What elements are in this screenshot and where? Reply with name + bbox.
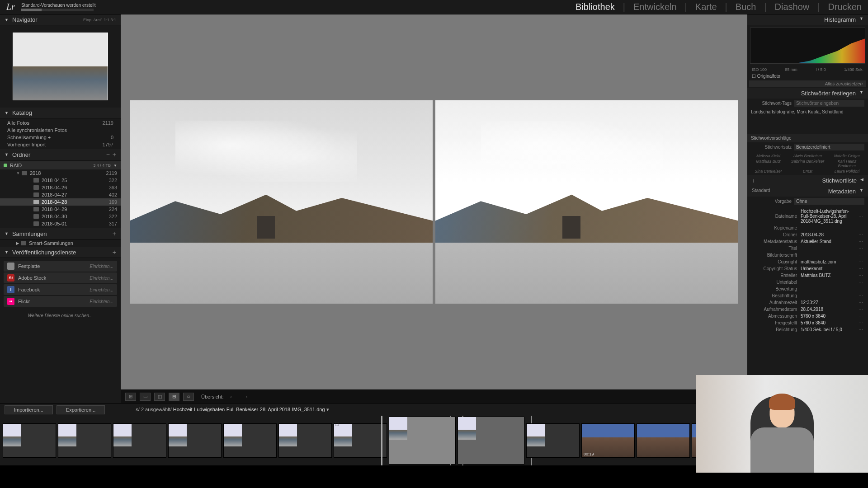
metadata-row[interactable]: Abmessungen5760 x 3840⋯: [747, 313, 868, 319]
metadata-row[interactable]: Belichtung1/400 Sek. bei f / 5,0⋯: [747, 326, 868, 333]
more-icon[interactable]: ⋯: [857, 214, 864, 219]
collections-header[interactable]: ▼ Sammlungen +: [0, 228, 121, 239]
folder-row[interactable]: 2018-04-28169: [0, 198, 121, 206]
navigator-header[interactable]: ▼ Navigator Einp. Ausf. 1:1 3:1: [0, 14, 121, 25]
metadata-row[interactable]: Titel⋯: [747, 245, 868, 252]
metadata-row[interactable]: Unterlabel⋯: [747, 279, 868, 286]
filmstrip-thumb[interactable]: [223, 423, 277, 458]
more-icon[interactable]: ⋯: [857, 266, 864, 271]
histogram-header[interactable]: Histogramm▼: [747, 14, 868, 25]
module-karte[interactable]: Karte: [695, 2, 717, 12]
folder-row[interactable]: 2018-04-27402: [0, 191, 121, 198]
metadata-header[interactable]: Standard Metadaten▼: [747, 186, 868, 197]
compare-image-left[interactable]: [130, 100, 433, 304]
catalog-row[interactable]: Vorheriger Import1797: [0, 141, 121, 148]
module-buch[interactable]: Buch: [736, 2, 756, 12]
module-drucken[interactable]: Drucken: [828, 2, 862, 12]
metadata-row[interactable]: Copyrightmatthiasbutz.com⋯: [747, 258, 868, 265]
module-bibliothek[interactable]: Bibliothek: [576, 2, 615, 12]
navigator-preview[interactable]: [0, 25, 121, 108]
filmstrip-thumb[interactable]: [168, 423, 222, 458]
original-photo-toggle[interactable]: ☐ Originalfoto: [747, 73, 868, 80]
folder-row[interactable]: 2018-05-01317: [0, 220, 121, 227]
publish-service-row[interactable]: StAdobe StockEinrichten...: [4, 272, 117, 283]
compare-image-right[interactable]: [435, 100, 738, 304]
module-diashow[interactable]: Diashow: [775, 2, 810, 12]
metadata-row[interactable]: Freigestellt5760 x 3840⋯: [747, 319, 868, 326]
module-entwickeln[interactable]: Entwickeln: [633, 2, 677, 12]
keyword-suggestion[interactable]: Melissa Kiehl: [751, 154, 786, 158]
folder-row[interactable]: 2018-04-29224: [0, 206, 121, 213]
folder-row[interactable]: 2018-04-26363: [0, 184, 121, 191]
import-button[interactable]: Importieren...: [5, 405, 53, 414]
metadata-row[interactable]: Kopiename⋯: [747, 225, 868, 231]
keywordlist-header[interactable]: + Stichwortliste◀: [747, 175, 868, 186]
metadata-row[interactable]: Aufnahmedatum28.04.2018⋯: [747, 306, 868, 313]
keyword-suggestion[interactable]: Sina Benkeiser: [751, 169, 786, 174]
filmstrip-thumb[interactable]: [389, 417, 456, 465]
plus-icon[interactable]: +: [113, 230, 116, 237]
metadata-row[interactable]: Bildunterschrift⋯: [747, 252, 868, 258]
export-button[interactable]: Exportieren...: [57, 405, 105, 414]
histogram-plot[interactable]: [750, 28, 865, 64]
publish-service-row[interactable]: ••FlickrEinrichten...: [4, 296, 117, 307]
smart-collections-row[interactable]: ▶ Smart-Sammlungen: [0, 239, 121, 247]
setup-link[interactable]: Einrichten...: [90, 264, 113, 269]
metadata-row[interactable]: Bewertung· · · · ·⋯: [747, 286, 868, 292]
metadata-row[interactable]: Beschriftung⋯: [747, 292, 868, 299]
preset-select[interactable]: [794, 198, 864, 205]
keyword-suggestion[interactable]: Sabrina Benkeiser: [790, 159, 825, 168]
catalog-header[interactable]: ▼ Katalog: [0, 108, 121, 118]
navigator-zoom-options[interactable]: Einp. Ausf. 1:1 3:1: [83, 18, 116, 22]
publish-service-row[interactable]: FestplatteEinrichten...: [4, 261, 117, 272]
keyword-suggestion[interactable]: Laura Polidori: [830, 169, 864, 174]
filmstrip-thumb[interactable]: [3, 423, 56, 458]
filmstrip-thumb[interactable]: [58, 423, 111, 458]
survey-view-button[interactable]: ⊟: [169, 393, 179, 401]
filmstrip-thumb[interactable]: 00:19: [581, 423, 635, 458]
metadata-row[interactable]: Copyright-StatusUnbekannt⋯: [747, 265, 868, 272]
keyword-suggestion[interactable]: Natalie Geiger: [830, 154, 864, 158]
more-icon[interactable]: ⋯: [857, 232, 864, 237]
filmstrip-thumb[interactable]: [113, 423, 166, 458]
metadata-row[interactable]: MetadatenstatusAktueller Stand⋯: [747, 238, 868, 245]
more-icon[interactable]: ⋯: [857, 225, 864, 230]
reset-all-button[interactable]: Alles zurücksetzen: [749, 80, 866, 87]
setup-link[interactable]: Einrichten...: [90, 287, 113, 292]
plus-icon[interactable]: +: [752, 177, 755, 184]
keyword-set-select[interactable]: [794, 144, 864, 150]
drive-row[interactable]: RAID 3.4 / 4 TB ▼: [0, 161, 121, 169]
folders-header[interactable]: ▼ Ordner −+: [0, 149, 121, 160]
grid-view-button[interactable]: ⊞: [125, 393, 136, 401]
publish-find-more[interactable]: Weitere Dienste online suchen...: [0, 310, 121, 322]
catalog-row[interactable]: Schnellsammlung +0: [0, 134, 121, 141]
folder-row[interactable]: 2018-04-30322: [0, 213, 121, 220]
setup-link[interactable]: Einrichten...: [90, 276, 113, 281]
keyword-suggestion[interactable]: Ernst: [790, 169, 825, 174]
filmstrip-thumb[interactable]: [334, 423, 387, 458]
plus-icon[interactable]: +: [113, 249, 116, 256]
folder-row[interactable]: ▼20182119: [0, 169, 121, 177]
more-icon[interactable]: ⋯: [857, 307, 864, 312]
more-icon[interactable]: ⋯: [857, 286, 864, 291]
next-button[interactable]: →: [241, 393, 251, 400]
more-icon[interactable]: ⋯: [857, 327, 864, 332]
catalog-row[interactable]: Alle synchronisierten Fotos: [0, 127, 121, 134]
folder-row[interactable]: 2018-04-25322: [0, 177, 121, 184]
publish-header[interactable]: ▼ Veröffentlichungsdienste +: [0, 247, 121, 258]
more-icon[interactable]: ⋯: [857, 239, 864, 244]
filmstrip-thumb[interactable]: [526, 423, 580, 458]
loupe-view-button[interactable]: ▭: [140, 393, 151, 401]
filmstrip-thumb[interactable]: [278, 423, 332, 458]
compare-area[interactable]: [121, 14, 747, 389]
catalog-row[interactable]: Alle Fotos2119: [0, 119, 121, 127]
metadata-mode[interactable]: Standard: [752, 188, 770, 195]
minus-icon[interactable]: −: [106, 151, 110, 158]
more-icon[interactable]: ⋯: [857, 314, 864, 319]
filmstrip-thumb[interactable]: [458, 417, 524, 465]
metadata-row[interactable]: ErstellerMatthias BUTZ⋯: [747, 272, 868, 279]
filmstrip-thumb[interactable]: [637, 423, 690, 458]
keyword-input[interactable]: [794, 100, 864, 107]
more-icon[interactable]: ⋯: [857, 246, 864, 251]
more-icon[interactable]: ⋯: [857, 320, 864, 325]
